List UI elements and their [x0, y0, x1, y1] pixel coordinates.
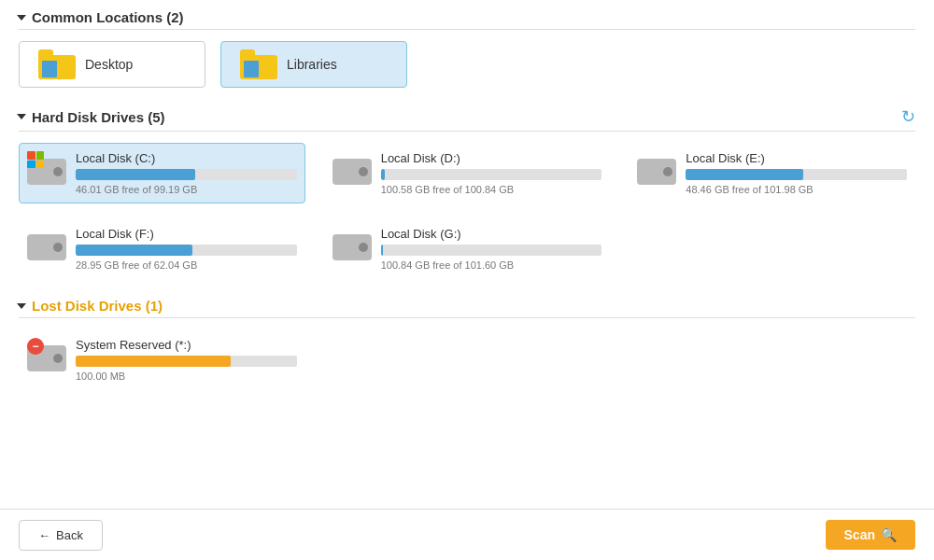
search-icon: 🔍 [881, 527, 897, 542]
drive-info: Local Disk (G:) 100.84 GB free of 101.60… [381, 227, 602, 271]
drive-info: Local Disk (C:) 46.01 GB free of 99.19 G… [76, 151, 297, 195]
hard-disk-drives-section: Hard Disk Drives (5) ↻ Local Disk (C:) [19, 106, 915, 279]
scan-label: Scan [844, 527, 875, 542]
drive-item[interactable]: Local Disk (G:) 100.84 GB free of 101.60… [324, 218, 611, 279]
common-locations-section: Common Locations (2) Desktop Libraries [19, 9, 915, 88]
progress-bar-bg [381, 245, 602, 256]
drive-icon-wrap: − [27, 338, 66, 377]
lost-disk-drives-title: Lost Disk Drives (1) [32, 298, 163, 314]
drive-item[interactable]: Local Disk (D:) 100.58 GB free of 100.84… [324, 143, 611, 203]
drive-info: Local Disk (D:) 100.58 GB free of 100.84… [381, 151, 602, 195]
progress-bar-bg [76, 356, 297, 367]
progress-bar-fill [76, 245, 192, 256]
lost-drives-grid: − System Reserved (*:) 100.00 MB [19, 329, 915, 390]
drive-icon-wrap [637, 151, 676, 190]
hdd-icon [637, 159, 676, 185]
drive-item[interactable]: Local Disk (C:) 46.01 GB free of 99.19 G… [19, 143, 305, 203]
lost-disk-drives-header: Lost Disk Drives (1) [19, 298, 915, 318]
drive-name: Local Disk (G:) [381, 227, 602, 241]
drive-name: Local Disk (C:) [76, 151, 297, 165]
drive-info: Local Disk (F:) 28.95 GB free of 62.04 G… [76, 227, 297, 271]
progress-bar-bg [76, 169, 297, 180]
hdd-drives-grid: Local Disk (C:) 46.01 GB free of 99.19 G… [19, 143, 915, 279]
hdd-icon [333, 159, 372, 185]
drive-icon-wrap [27, 151, 66, 190]
back-arrow-icon: ← [38, 528, 50, 542]
hdd-icon [333, 234, 372, 260]
progress-bar-fill [76, 356, 231, 367]
progress-bar-fill [686, 169, 802, 180]
refresh-icon[interactable]: ↻ [901, 107, 915, 126]
drive-size: 48.46 GB free of 101.98 GB [686, 184, 907, 195]
hard-disk-drives-header: Hard Disk Drives (5) ↻ [19, 106, 915, 132]
hdd-icon [27, 234, 66, 260]
hdd-collapse-icon [17, 114, 26, 119]
drive-name: Local Disk (D:) [381, 151, 602, 165]
back-button[interactable]: ← Back [19, 520, 103, 551]
progress-bar-bg [381, 169, 602, 180]
drive-size: 100.84 GB free of 101.60 GB [381, 259, 602, 271]
lost-collapse-icon [17, 303, 26, 309]
footer: ← Back Scan 🔍 [0, 509, 934, 560]
back-label: Back [56, 528, 83, 542]
error-badge: − [27, 338, 44, 355]
drive-item[interactable]: − System Reserved (*:) 100.00 MB [19, 329, 305, 390]
drive-icon-wrap [333, 227, 372, 266]
drive-info: Local Disk (E:) 48.46 GB free of 101.98 … [686, 151, 907, 195]
scan-button[interactable]: Scan 🔍 [826, 520, 915, 550]
locations-grid: Desktop Libraries [19, 41, 915, 88]
collapse-icon [17, 15, 26, 21]
drive-size: 100.58 GB free of 100.84 GB [381, 184, 602, 195]
common-locations-title: Common Locations (2) [32, 9, 184, 25]
location-name: Desktop [85, 57, 133, 72]
drive-size: 100.00 MB [76, 371, 297, 382]
folder-icon [38, 49, 76, 79]
location-name: Libraries [287, 57, 337, 72]
drive-icon-wrap [27, 227, 66, 266]
drive-item[interactable]: Local Disk (E:) 48.46 GB free of 101.98 … [629, 143, 915, 203]
drive-item[interactable]: Local Disk (F:) 28.95 GB free of 62.04 G… [19, 218, 305, 279]
location-item[interactable]: Libraries [220, 41, 407, 88]
hard-disk-drives-title: Hard Disk Drives (5) [32, 109, 165, 125]
drive-icon-wrap [333, 151, 372, 190]
progress-bar-fill [76, 169, 195, 180]
main-content: Common Locations (2) Desktop Libraries H… [0, 0, 934, 509]
common-locations-header: Common Locations (2) [19, 9, 915, 30]
drive-size: 46.01 GB free of 99.19 GB [76, 184, 297, 195]
drive-name: System Reserved (*:) [76, 338, 297, 352]
progress-bar-fill [381, 169, 386, 180]
location-item[interactable]: Desktop [19, 41, 205, 88]
drive-size: 28.95 GB free of 62.04 GB [76, 259, 297, 271]
drive-name: Local Disk (E:) [686, 151, 907, 165]
progress-bar-fill [381, 245, 383, 256]
folder-icon [240, 49, 277, 79]
progress-bar-bg [686, 169, 907, 180]
refresh-button-wrap[interactable]: ↻ [901, 106, 915, 127]
lost-disk-drives-section: Lost Disk Drives (1) − System Reserved (… [19, 298, 915, 390]
drive-info: System Reserved (*:) 100.00 MB [76, 338, 297, 382]
progress-bar-bg [76, 245, 297, 256]
windows-badge [27, 151, 46, 170]
drive-name: Local Disk (F:) [76, 227, 297, 241]
